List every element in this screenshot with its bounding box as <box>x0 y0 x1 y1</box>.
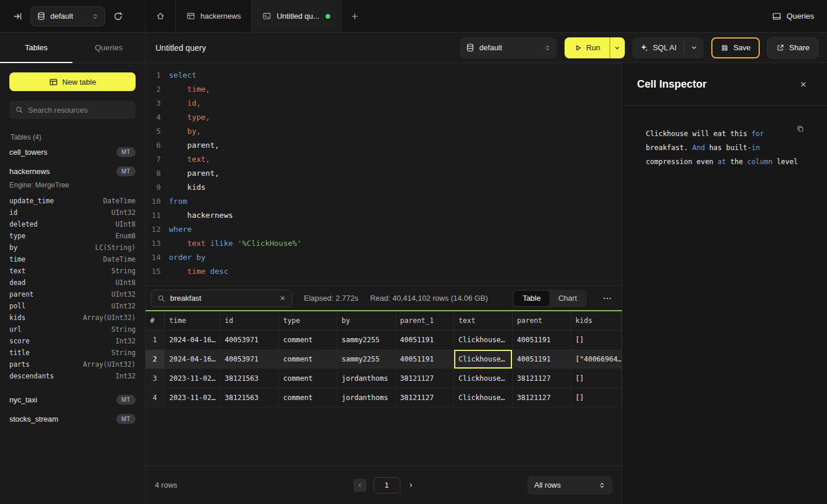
table-cell[interactable]: 38121127 <box>512 388 570 407</box>
more-options-button[interactable] <box>598 294 616 303</box>
run-button[interactable]: Run <box>565 37 610 58</box>
sidebar-table-cell-towers[interactable]: cell_towers MT <box>9 142 136 162</box>
editor-line[interactable]: 15 time desc <box>146 265 622 279</box>
column-row[interactable]: idUInt32 <box>9 207 136 218</box>
column-row[interactable]: partsArray(UInt32) <box>9 359 136 370</box>
table-cell[interactable]: 40051191 <box>512 330 570 349</box>
page-number-input[interactable]: 1 <box>373 477 400 493</box>
database-select[interactable]: default <box>30 6 105 26</box>
run-options-button[interactable] <box>610 37 625 58</box>
table-cell[interactable]: 2024-04-16… <box>164 349 220 369</box>
table-cell[interactable]: comment <box>278 330 337 349</box>
row-number-cell[interactable]: 2 <box>146 349 164 369</box>
editor-line[interactable]: 3 id, <box>146 96 622 110</box>
column-row[interactable]: descendantsInt32 <box>9 370 136 382</box>
column-header[interactable]: by <box>337 311 395 330</box>
editor-line[interactable]: 2 time, <box>146 82 622 96</box>
previous-page-button[interactable] <box>354 479 366 492</box>
tab-home[interactable] <box>146 0 176 32</box>
table-cell[interactable]: 40051191 <box>395 349 454 369</box>
table-cell[interactable]: Clickhouse… <box>454 369 512 388</box>
new-tab-button[interactable] <box>341 0 368 32</box>
collapse-sidebar-button[interactable] <box>13 12 22 21</box>
column-row[interactable]: byLC(String) <box>9 242 136 253</box>
table-cell[interactable]: comment <box>278 369 337 388</box>
row-number-cell[interactable]: 4 <box>146 388 164 407</box>
table-cell[interactable]: 38121563 <box>220 388 278 407</box>
column-header[interactable]: # <box>146 311 164 330</box>
table-cell[interactable]: comment <box>278 349 337 369</box>
table-cell[interactable]: sammy2255 <box>337 349 395 369</box>
column-row[interactable]: deletedUInt8 <box>9 218 136 230</box>
editor-line[interactable]: 13 text ilike '%ClickHouse%' <box>146 237 622 251</box>
resource-search[interactable] <box>9 100 136 119</box>
editor-line[interactable]: 5 by, <box>146 124 622 138</box>
table-cell[interactable]: 2023-11-02… <box>164 369 220 388</box>
editor-line[interactable]: 10from <box>146 194 622 208</box>
table-cell[interactable]: comment <box>278 388 337 407</box>
table-cell[interactable]: 2024-04-16… <box>164 330 220 349</box>
editor-line[interactable]: 9 kids <box>146 180 622 194</box>
table-cell[interactable]: 38121563 <box>220 369 278 388</box>
column-row[interactable]: textString <box>9 265 136 277</box>
table-cell[interactable]: 40051191 <box>512 349 570 369</box>
sidebar-table-nyc-taxi[interactable]: nyc_taxi MT <box>9 390 136 409</box>
table-cell[interactable]: sammy2255 <box>337 330 395 349</box>
table-cell[interactable]: jordanthoms <box>337 369 395 388</box>
table-cell[interactable]: [] <box>570 388 622 407</box>
sql-editor[interactable]: 1select2 time,3 id,4 type,5 by,6 parent,… <box>146 63 622 286</box>
column-row[interactable]: titleString <box>9 347 136 359</box>
row-number-cell[interactable]: 1 <box>146 330 164 349</box>
table-cell[interactable]: 38121127 <box>395 369 454 388</box>
share-button[interactable]: Share <box>767 37 818 58</box>
column-header[interactable]: type <box>278 311 337 330</box>
column-row[interactable]: urlString <box>9 324 136 335</box>
results-search[interactable] <box>151 290 292 307</box>
copy-button[interactable] <box>796 124 805 133</box>
column-row[interactable]: typeEnum8 <box>9 230 136 242</box>
table-cell[interactable]: 40053971 <box>220 349 278 369</box>
column-header[interactable]: parent <box>512 311 570 330</box>
next-page-button[interactable] <box>407 482 414 489</box>
column-row[interactable]: kidsArray(UInt32) <box>9 312 136 324</box>
table-cell[interactable]: Clickhouse… <box>454 388 512 407</box>
table-cell[interactable]: 38121127 <box>395 388 454 407</box>
editor-line[interactable]: 1select <box>146 68 622 82</box>
column-row[interactable]: pollUInt32 <box>9 300 136 312</box>
save-button[interactable]: Save <box>711 37 760 58</box>
table-cell[interactable]: [] <box>570 330 622 349</box>
editor-line[interactable]: 7 text, <box>146 152 622 166</box>
view-table-button[interactable]: Table <box>514 291 549 306</box>
sidebar-table-stocks-stream[interactable]: stocks_stream MT <box>9 409 136 429</box>
table-cell[interactable]: Clickhouse… <box>454 330 512 349</box>
column-row[interactable]: update_timeDateTime <box>9 195 136 207</box>
queries-button[interactable]: Queries <box>772 12 814 21</box>
row-number-cell[interactable]: 3 <box>146 369 164 388</box>
new-table-button[interactable]: New table <box>9 72 136 91</box>
query-database-select[interactable]: default <box>460 37 557 58</box>
editor-line[interactable]: 4 type, <box>146 110 622 124</box>
sidebar-tab-tables[interactable]: Tables <box>0 33 72 62</box>
table-cell[interactable]: ["40066964… <box>570 349 622 369</box>
editor-line[interactable]: 11 hackernews <box>146 208 622 223</box>
sidebar-table-hackernews[interactable]: hackernews MT <box>9 162 136 181</box>
column-header[interactable]: parent_1 <box>395 311 454 330</box>
refresh-button[interactable] <box>113 12 123 21</box>
clear-search-button[interactable] <box>279 295 286 301</box>
column-header[interactable]: id <box>220 311 278 330</box>
sql-ai-button[interactable]: SQL AI <box>632 37 704 58</box>
editor-line[interactable]: 12where <box>146 223 622 237</box>
editor-line[interactable]: 8 parent, <box>146 166 622 180</box>
sidebar-tab-queries[interactable]: Queries <box>72 33 145 62</box>
column-row[interactable]: parentUInt32 <box>9 289 136 300</box>
results-search-input[interactable] <box>170 294 275 303</box>
resource-search-input[interactable] <box>28 106 130 114</box>
column-header[interactable]: time <box>164 311 220 330</box>
table-cell[interactable]: 40053971 <box>220 330 278 349</box>
table-cell[interactable]: 40051191 <box>395 330 454 349</box>
editor-line[interactable]: 6 parent, <box>146 138 622 152</box>
table-cell[interactable]: [] <box>570 369 622 388</box>
editor-line[interactable]: 14order by <box>146 251 622 265</box>
table-cell[interactable]: 38121127 <box>512 369 570 388</box>
column-row[interactable]: timeDateTime <box>9 253 136 265</box>
